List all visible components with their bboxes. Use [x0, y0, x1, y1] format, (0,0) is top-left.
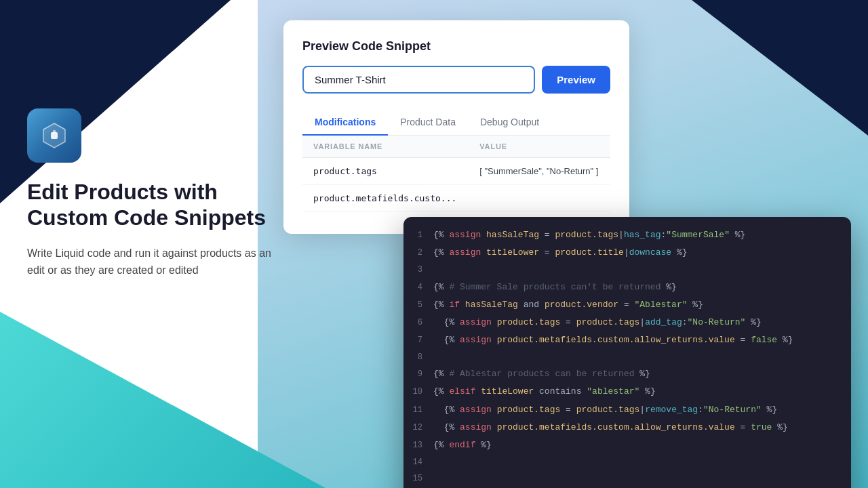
line-code: {% assign titleLower = product.title|dow… — [433, 245, 851, 260]
code-line: 14 — [403, 454, 851, 470]
product-search-input[interactable] — [302, 66, 535, 94]
variable-value-1: [ "SummerSale", "No-Return" ] — [469, 158, 610, 185]
code-line: 4{% # Summer Sale products can't be retu… — [403, 279, 851, 296]
line-number: 14 — [403, 455, 433, 469]
line-number: 6 — [403, 316, 433, 329]
logo-icon — [39, 121, 69, 150]
preview-card: Preview Code Snippet Preview Modificatio… — [283, 20, 629, 234]
line-code: {% # Summer Sale products can't be retur… — [433, 280, 851, 295]
line-code: {% assign product.tags = product.tags|re… — [433, 403, 851, 418]
code-line: 2{% assign titleLower = product.title|do… — [403, 244, 851, 262]
col-header-variable: VARIABLE NAME — [302, 136, 469, 158]
preview-card-title: Preview Code Snippet — [302, 39, 610, 54]
line-number: 1 — [403, 228, 433, 242]
line-code: {% # Ablestar products can be returned %… — [433, 367, 851, 382]
code-line: 9{% # Ablestar products can be returned … — [403, 365, 851, 383]
line-code: {% elsif titleLower contains "ablestar" … — [433, 384, 851, 399]
tabs-row: Modifications Product Data Debug Output — [302, 110, 610, 136]
svg-rect-1 — [51, 132, 58, 139]
logo-box — [27, 108, 81, 163]
col-header-value: VALUE — [469, 136, 610, 158]
code-line: 10{% elsif titleLower contains "ablestar… — [403, 383, 851, 401]
line-number: 4 — [403, 281, 433, 294]
table-row: product.tags [ "SummerSale", "No-Return"… — [302, 158, 610, 185]
code-line: 3 — [403, 262, 851, 278]
line-number: 2 — [403, 246, 433, 260]
code-content: 1{% assign hasSaleTag = product.tags|has… — [403, 217, 851, 488]
code-line: 8 — [403, 349, 851, 365]
line-code: {% assign product.tags = product.tags|ad… — [433, 315, 851, 330]
code-line: 7 {% assign product.metafields.custom.al… — [403, 331, 851, 349]
tab-modifications[interactable]: Modifications — [302, 110, 388, 136]
table-row: product.metafields.custo... — [302, 185, 610, 212]
tab-debug-output[interactable]: Debug Output — [468, 110, 551, 136]
line-number: 15 — [403, 472, 433, 485]
line-number: 11 — [403, 403, 433, 417]
line-number: 3 — [403, 263, 433, 277]
svg-rect-2 — [53, 130, 56, 133]
variable-value-2 — [469, 185, 610, 212]
code-line: 11 {% assign product.tags = product.tags… — [403, 401, 851, 419]
line-code: {% assign hasSaleTag = product.tags|has_… — [433, 228, 851, 243]
variables-table: VARIABLE NAME VALUE product.tags [ "Summ… — [302, 136, 610, 212]
code-line: 13{% endif %} — [403, 436, 851, 454]
variable-name-1: product.tags — [302, 158, 469, 185]
line-number: 13 — [403, 439, 433, 452]
line-number: 10 — [403, 385, 433, 399]
variable-name-2: product.metafields.custo... — [302, 185, 469, 212]
line-number: 12 — [403, 421, 433, 434]
line-number: 8 — [403, 350, 433, 364]
line-number: 7 — [403, 333, 433, 347]
page-subtitle: Write Liquid code and run it against pro… — [27, 245, 271, 279]
code-line: 12 {% assign product.metafields.custom.a… — [403, 419, 851, 436]
line-number: 5 — [403, 298, 433, 312]
line-code: {% if hasSaleTag and product.vendor = "A… — [433, 298, 851, 312]
preview-button[interactable]: Preview — [542, 66, 610, 94]
line-code: {% endif %} — [433, 438, 851, 453]
line-code: {% assign product.metafields.custom.allo… — [433, 333, 851, 348]
code-line: 1{% assign hasSaleTag = product.tags|has… — [403, 226, 851, 244]
code-line: 5{% if hasSaleTag and product.vendor = "… — [403, 296, 851, 314]
line-code: {% assign product.metafields.custom.allo… — [433, 420, 851, 435]
page-title: Edit Products with Custom Code Snippets — [27, 179, 271, 231]
left-panel: Edit Products with Custom Code Snippets … — [27, 108, 271, 279]
search-row: Preview — [302, 66, 610, 94]
code-line: 15 — [403, 470, 851, 487]
code-panel: 1{% assign hasSaleTag = product.tags|has… — [403, 217, 851, 488]
tab-product-data[interactable]: Product Data — [388, 110, 468, 136]
line-number: 9 — [403, 367, 433, 381]
code-line: 6 {% assign product.tags = product.tags|… — [403, 314, 851, 331]
